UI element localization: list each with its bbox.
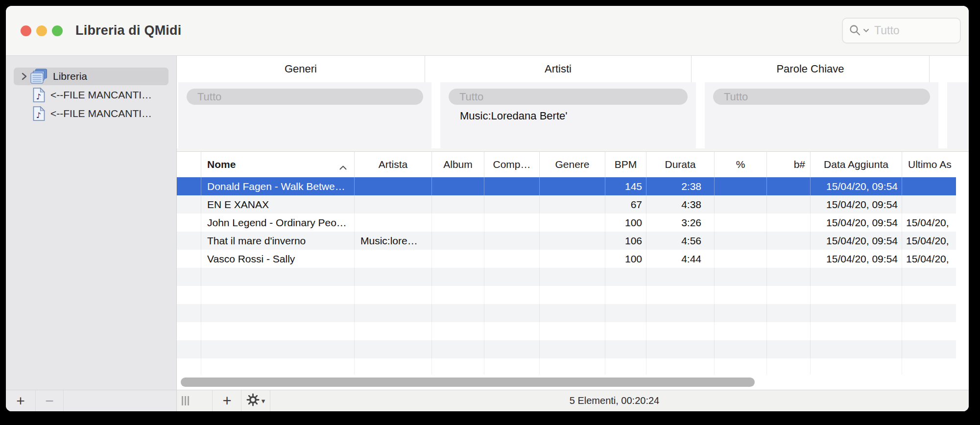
column-header-artista[interactable]: Artista: [355, 152, 432, 177]
cell-ultimo-ascolto: 15/04/20,: [902, 213, 956, 232]
column-header-status[interactable]: [177, 152, 201, 177]
cell-bpm: 100: [605, 213, 646, 232]
add-song-button[interactable]: +: [213, 390, 241, 411]
sidebar-item-label: <--FILE MANCANTI…: [50, 89, 152, 101]
empty-row: [177, 322, 956, 340]
cell-percent: [715, 177, 767, 195]
minimize-button[interactable]: [36, 25, 47, 36]
column-header-ultimo-ascolto[interactable]: Ultimo As: [902, 152, 956, 177]
column-header-percent[interactable]: %: [715, 152, 767, 177]
table-row-selected[interactable]: Donald Fagen - Walk Betwe… 145 2:38 15/0…: [177, 177, 956, 195]
column-header-bpm[interactable]: BPM: [605, 152, 646, 177]
remove-playlist-button[interactable]: −: [36, 390, 64, 411]
browser-column-parole-chiave[interactable]: Parole Chiave: [692, 56, 930, 82]
zoom-button[interactable]: [52, 25, 63, 36]
sidebar-item-label: Libreria: [53, 71, 87, 82]
column-header-compositore[interactable]: Comp…: [484, 152, 540, 177]
table-row[interactable]: Vasco Rossi - Sally 100 4:44 15/04/20, 0…: [177, 250, 956, 268]
cell-album: [432, 195, 484, 213]
add-playlist-button[interactable]: +: [6, 390, 36, 411]
cell-artista: [355, 250, 432, 268]
main-area: Generi Artisti Parole Chiave Tutto Tutto…: [177, 56, 969, 411]
column-header-nome[interactable]: Nome: [201, 152, 355, 177]
sidebar-footer: + −: [6, 390, 176, 411]
search-icon: [849, 24, 869, 37]
cell-data-aggiunta: 15/04/20, 09:54: [811, 195, 902, 213]
browser-column-generi[interactable]: Generi: [177, 56, 425, 82]
bottom-toolbar: +: [177, 390, 969, 411]
cell-comp: [484, 232, 540, 250]
cell-album: [432, 213, 484, 232]
empty-row: [177, 304, 956, 322]
table-header: Nome Artista Album Comp… Genere BPM Dura…: [177, 152, 956, 178]
disclosure-chevron-icon[interactable]: [18, 72, 30, 81]
cell-artista: [355, 213, 432, 232]
sidebar: Libreria ♪ <--FILE MANCANTI…: [6, 56, 177, 411]
empty-row: [177, 286, 956, 304]
table-row[interactable]: John Legend - Ordinary Peo… 100 3:26 15/…: [177, 213, 956, 232]
cell-durata: 4:38: [646, 195, 715, 213]
cell-percent: [715, 195, 767, 213]
svg-text:♪: ♪: [36, 111, 41, 120]
horizontal-scrollbar-thumb[interactable]: [181, 378, 755, 387]
cell-ultimo-ascolto: 15/04/20,: [902, 250, 956, 268]
library-icon: [30, 69, 48, 84]
cell-percent: [715, 213, 767, 232]
table-row[interactable]: EN E XANAX 67 4:38 15/04/20, 09:54: [177, 195, 956, 213]
cell-data-aggiunta: 15/04/20, 09:54: [811, 250, 902, 268]
music-file-icon: ♪: [32, 87, 46, 103]
cell-nome: EN E XANAX: [201, 195, 355, 213]
cell-genere: [540, 232, 605, 250]
column-header-genere[interactable]: Genere: [540, 152, 605, 177]
traffic-lights: [21, 25, 63, 36]
extra-pane: [947, 82, 969, 148]
cell-ultimo-ascolto: 15/04/20,: [902, 232, 956, 250]
sidebar-item-missing-file-2[interactable]: ♪ <--FILE MANCANTI…: [14, 105, 168, 122]
cell-comp: [484, 177, 540, 195]
table-row[interactable]: That il mare d'inverno Music:lore… 106 4…: [177, 232, 956, 250]
column-header-album[interactable]: Album: [432, 152, 484, 177]
search-field[interactable]: [842, 18, 961, 44]
cell-genere: [540, 195, 605, 213]
column-header-data-aggiunta[interactable]: Data Aggiunta: [811, 152, 902, 177]
generi-pane: Tutto: [178, 82, 431, 148]
column-header-flats[interactable]: b#: [767, 152, 811, 177]
cell-percent: [715, 250, 767, 268]
cell-genere: [540, 213, 605, 232]
browser-column-artisti[interactable]: Artisti: [425, 56, 692, 82]
cell-nome: Donald Fagen - Walk Betwe…: [201, 177, 355, 195]
generi-all-item[interactable]: Tutto: [187, 89, 423, 105]
cell-genere: [540, 177, 605, 195]
artisti-item[interactable]: Music:Loredana Berte': [460, 110, 567, 122]
pane-table-divider: [177, 148, 969, 152]
close-button[interactable]: [21, 25, 31, 36]
title-bar: Libreria di QMidi: [6, 6, 969, 56]
column-grip-icon[interactable]: [182, 396, 189, 405]
cell-flats: [767, 195, 811, 213]
cell-nome: That il mare d'inverno: [201, 232, 355, 250]
sidebar-item-missing-file-1[interactable]: ♪ <--FILE MANCANTI…: [14, 86, 168, 104]
window-title: Libreria di QMidi: [75, 23, 181, 38]
browser-panes: Tutto Tutto Music:Loredana Berte' Tutto: [177, 82, 969, 148]
cell-flats: [767, 213, 811, 232]
browser-header: Generi Artisti Parole Chiave: [177, 56, 969, 82]
cell-artista: Music:lore…: [355, 232, 432, 250]
column-header-durata[interactable]: Durata: [646, 152, 715, 177]
cell-nome: Vasco Rossi - Sally: [201, 250, 355, 268]
cell-bpm: 67: [605, 195, 646, 213]
parole-chiave-all-item[interactable]: Tutto: [713, 89, 930, 105]
artisti-all-item[interactable]: Tutto: [449, 89, 688, 105]
sidebar-item-label: <--FILE MANCANTI…: [50, 108, 152, 119]
status-text: 5 Elementi, 00:20:24: [260, 390, 969, 411]
cell-flats: [767, 250, 811, 268]
svg-text:♪: ♪: [36, 92, 41, 101]
sidebar-item-libreria[interactable]: Libreria: [14, 68, 168, 85]
cell-data-aggiunta: 15/04/20, 09:54: [811, 232, 902, 250]
cell-durata: 4:44: [646, 250, 715, 268]
cell-comp: [484, 213, 540, 232]
empty-row: [177, 358, 956, 375]
cell-album: [432, 177, 484, 195]
horizontal-scrollbar[interactable]: [177, 375, 969, 390]
search-input[interactable]: [873, 24, 954, 38]
cell-ultimo-ascolto: [902, 177, 956, 195]
